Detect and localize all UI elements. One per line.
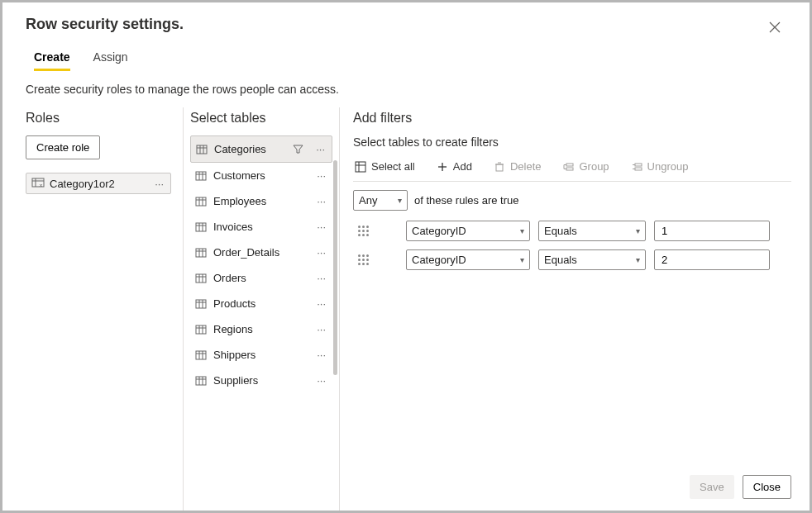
table-icon [195, 221, 207, 233]
table-item-products[interactable]: Products ··· [190, 291, 332, 316]
table-name: Shippers [213, 349, 256, 361]
close-button[interactable] [763, 16, 786, 39]
table-name: Regions [213, 323, 253, 335]
table-name: Invoices [213, 221, 253, 233]
table-icon [195, 196, 207, 207]
table-icon [195, 273, 207, 284]
role-item[interactable]: Category1or2 ··· [26, 173, 171, 194]
table-name: Order_Details [213, 246, 279, 259]
table-name: Customers [213, 169, 265, 182]
add-button[interactable]: Add [437, 160, 472, 173]
svg-rect-0 [32, 178, 44, 187]
table-item-shippers[interactable]: Shippers ··· [190, 342, 332, 368]
rule-operator-value: Equals [544, 254, 577, 266]
page-description: Create security roles to manage the rows… [2, 71, 810, 107]
filters-heading: Add filters [353, 111, 791, 126]
svg-rect-15 [196, 223, 206, 231]
tables-heading: Select tables [190, 111, 332, 126]
match-row: Any ▾ of these rules are true [353, 182, 791, 216]
rule-field-value: CategoryID [412, 225, 466, 237]
rule-row: CategoryID ▾ Equals ▾ [353, 221, 791, 241]
svg-rect-52 [566, 168, 573, 170]
role-name: Category1or2 [50, 178, 115, 190]
table-item-employees[interactable]: Employees ··· [190, 188, 332, 214]
table-item-orders[interactable]: Orders ··· [190, 265, 332, 291]
table-item-categories[interactable]: Categories ··· [190, 135, 332, 163]
rule-row: CategoryID ▾ Equals ▾ [353, 249, 791, 270]
svg-rect-19 [196, 249, 206, 257]
table-icon [195, 170, 207, 182]
svg-rect-39 [196, 377, 206, 385]
match-suffix: of these rules are true [414, 194, 518, 207]
save-button[interactable]: Save [690, 475, 734, 499]
roles-heading: Roles [26, 111, 171, 126]
svg-rect-7 [196, 172, 206, 180]
table-item-order-details[interactable]: Order_Details ··· [190, 240, 332, 265]
tab-assign[interactable]: Assign [93, 50, 128, 71]
ungroup-icon [631, 161, 642, 173]
svg-rect-43 [356, 162, 365, 172]
ungroup-button: Ungroup [631, 160, 689, 173]
rule-field-select[interactable]: CategoryID ▾ [406, 249, 530, 270]
dialog-title: Row security settings. [26, 16, 184, 33]
drag-handle[interactable] [353, 254, 366, 265]
filters-subheading: Select tables to create filters [353, 135, 791, 149]
table-menu-button[interactable]: ··· [315, 349, 327, 361]
table-menu-button[interactable]: ··· [315, 195, 327, 207]
rule-list: CategoryID ▾ Equals ▾ CategoryID ▾ [353, 221, 791, 270]
svg-rect-3 [197, 145, 207, 154]
table-menu-button[interactable]: ··· [315, 221, 327, 233]
delete-button: Delete [494, 160, 542, 173]
table-menu-button[interactable]: ··· [315, 246, 327, 259]
table-menu-button[interactable]: ··· [315, 297, 327, 310]
role-menu-button[interactable]: ··· [153, 178, 165, 190]
table-icon [195, 375, 207, 387]
tab-bar: Create Assign [2, 39, 810, 71]
table-icon [196, 144, 208, 155]
svg-rect-31 [196, 325, 206, 334]
svg-rect-54 [635, 168, 642, 170]
table-menu-button[interactable]: ··· [315, 272, 327, 284]
table-name: Categories [214, 143, 266, 155]
ungroup-label: Ungroup [647, 160, 689, 173]
rule-operator-select[interactable]: Equals ▾ [538, 249, 646, 270]
table-icon [195, 298, 207, 310]
select-all-button[interactable]: Select all [355, 160, 415, 173]
close-footer-button[interactable]: Close [743, 475, 791, 499]
table-menu-button[interactable]: ··· [315, 169, 327, 182]
table-menu-button[interactable]: ··· [314, 143, 327, 155]
chevron-down-icon: ▾ [636, 255, 640, 264]
create-role-button[interactable]: Create role [26, 135, 100, 159]
filter-icon [293, 144, 304, 155]
chevron-down-icon: ▾ [520, 226, 524, 235]
select-all-label: Select all [371, 160, 415, 173]
tab-create[interactable]: Create [34, 50, 70, 71]
svg-rect-11 [196, 197, 206, 206]
rule-value-input[interactable] [654, 249, 770, 270]
match-mode-value: Any [359, 194, 377, 207]
scrollbar[interactable] [333, 160, 337, 375]
rule-value-input[interactable] [654, 221, 770, 241]
close-icon [769, 21, 781, 33]
table-item-suppliers[interactable]: Suppliers ··· [190, 368, 332, 393]
svg-rect-51 [566, 164, 573, 166]
svg-rect-23 [196, 274, 206, 283]
trash-icon [494, 161, 505, 173]
rule-field-select[interactable]: CategoryID ▾ [406, 221, 530, 241]
table-name: Employees [213, 195, 266, 207]
match-mode-select[interactable]: Any ▾ [353, 190, 408, 211]
rule-operator-value: Equals [544, 225, 577, 237]
table-icon [195, 349, 207, 361]
drag-handle[interactable] [353, 226, 366, 236]
table-menu-button[interactable]: ··· [315, 323, 327, 335]
table-item-invoices[interactable]: Invoices ··· [190, 214, 332, 240]
delete-label: Delete [510, 160, 542, 173]
filters-toolbar: Select all Add Delete Group Ungroup [353, 157, 791, 182]
table-menu-button[interactable]: ··· [315, 374, 327, 387]
plus-icon [437, 161, 448, 173]
table-name: Orders [213, 272, 246, 284]
chevron-down-icon: ▾ [636, 226, 640, 235]
table-item-customers[interactable]: Customers ··· [190, 163, 332, 188]
table-item-regions[interactable]: Regions ··· [190, 316, 332, 342]
rule-operator-select[interactable]: Equals ▾ [538, 221, 646, 241]
